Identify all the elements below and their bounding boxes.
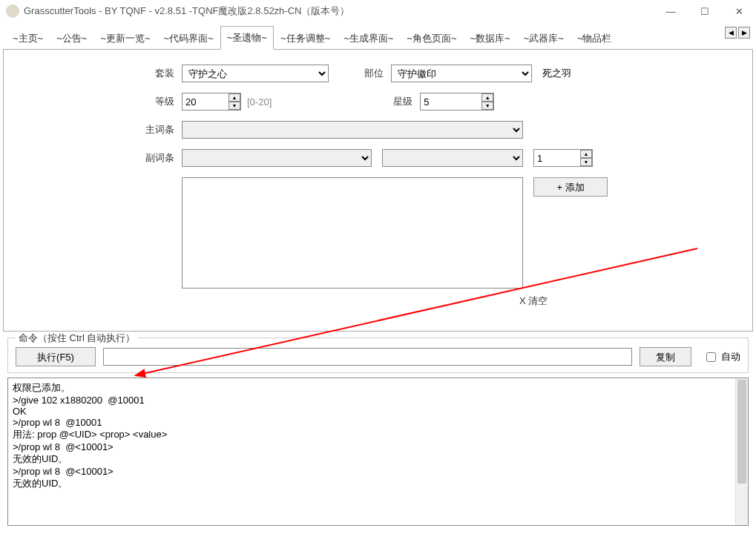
tab-4[interactable]: ~圣遗物~ bbox=[220, 26, 274, 50]
tab-0[interactable]: ~主页~ bbox=[6, 27, 50, 50]
level-spinner[interactable]: ▲▼ bbox=[229, 93, 240, 110]
tab-5[interactable]: ~任务调整~ bbox=[274, 27, 337, 50]
copy-button[interactable]: 复制 bbox=[640, 347, 691, 366]
titlebar: GrasscutterTools - BY TQNF - v2.8.51 -TQ… bbox=[0, 0, 756, 22]
tab-3[interactable]: ~代码界面~ bbox=[157, 27, 220, 50]
log-output[interactable]: 权限已添加。 >/give 102 x1880200 @10001 OK >/p… bbox=[7, 378, 749, 526]
clear-label[interactable]: X 清空 bbox=[519, 294, 548, 308]
maximize-button[interactable]: ☐ bbox=[688, 0, 722, 22]
substat-list[interactable] bbox=[182, 177, 523, 289]
mainstat-select[interactable] bbox=[182, 121, 523, 139]
level-label: 等级 bbox=[130, 95, 174, 108]
tab-9[interactable]: ~武器库~ bbox=[517, 27, 571, 50]
tab-6[interactable]: ~生成界面~ bbox=[337, 27, 400, 50]
slot-select[interactable]: 守护徽印 bbox=[391, 65, 532, 82]
set-select[interactable]: 守护之心 bbox=[182, 65, 329, 82]
tab-8[interactable]: ~数据库~ bbox=[464, 27, 517, 50]
minimize-button[interactable]: — bbox=[654, 0, 688, 22]
star-label: 星级 bbox=[272, 95, 412, 108]
piece-name-label: 死之羽 bbox=[542, 67, 571, 80]
command-fieldset: 命令（按住 Ctrl 自动执行） 执行(F5) 复制 自动 bbox=[7, 337, 749, 373]
tab-scroll-right[interactable]: ▶ bbox=[738, 27, 750, 39]
auto-checkbox-label[interactable]: 自动 bbox=[703, 350, 740, 364]
substat-label: 副词条 bbox=[130, 151, 174, 165]
add-button[interactable]: + 添加 bbox=[533, 177, 608, 197]
star-spinner[interactable]: ▲▼ bbox=[481, 93, 493, 110]
close-button[interactable]: ✕ bbox=[722, 0, 756, 22]
tab-scroll-left[interactable]: ◀ bbox=[725, 27, 737, 39]
tab-7[interactable]: ~角色页面~ bbox=[400, 27, 463, 50]
level-range-hint: [0-20] bbox=[247, 96, 272, 108]
tab-10[interactable]: ~物品栏 bbox=[571, 27, 619, 50]
tab-bar: ~主页~~公告~~更新一览~~代码界面~~圣遗物~~任务调整~~生成界面~~角色… bbox=[3, 25, 753, 50]
substat-select[interactable] bbox=[182, 149, 372, 167]
log-scroll-thumb[interactable] bbox=[737, 380, 746, 484]
artifact-panel: 套装 守护之心 部位 守护徽印 死之羽 等级 ▲▼ [0-20] 星级 bbox=[3, 50, 753, 332]
window-title: GrasscutterTools - BY TQNF - v2.8.51 -TQ… bbox=[24, 4, 349, 18]
command-input[interactable] bbox=[103, 348, 632, 366]
auto-text: 自动 bbox=[721, 350, 740, 363]
tab-1[interactable]: ~公告~ bbox=[50, 27, 93, 50]
substat-aux-select[interactable] bbox=[382, 149, 523, 167]
tab-2[interactable]: ~更新一览~ bbox=[93, 27, 157, 50]
command-legend: 命令（按住 Ctrl 自动执行） bbox=[16, 332, 138, 345]
set-label: 套装 bbox=[130, 67, 174, 80]
log-text: 权限已添加。 >/give 102 x1880200 @10001 OK >/p… bbox=[13, 382, 167, 489]
app-icon bbox=[6, 4, 19, 18]
log-scrollbar[interactable] bbox=[735, 378, 748, 525]
mainstat-label: 主词条 bbox=[130, 123, 174, 136]
auto-checkbox[interactable] bbox=[706, 352, 716, 362]
execute-button[interactable]: 执行(F5) bbox=[16, 347, 96, 366]
substat-count-spinner[interactable]: ▲▼ bbox=[580, 150, 592, 166]
slot-label: 部位 bbox=[339, 67, 384, 80]
